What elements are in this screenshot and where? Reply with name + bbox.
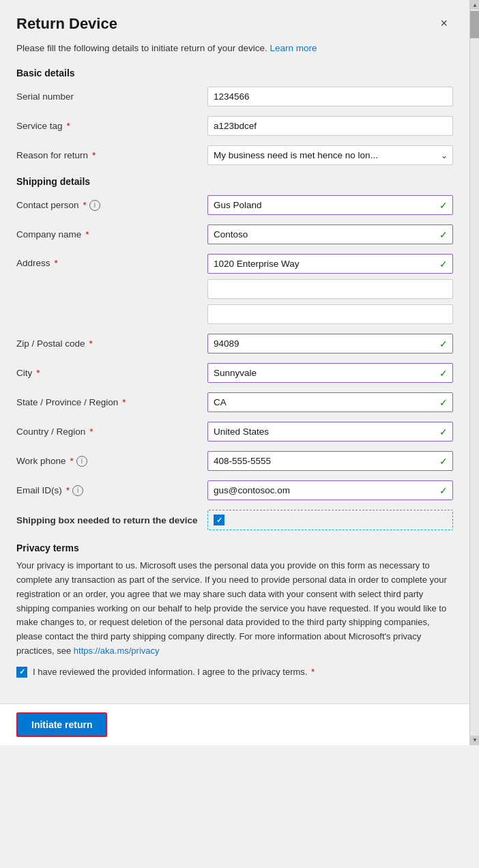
email-row: Email ID(s)* i ✓ [16, 480, 453, 500]
contact-person-check-icon: ✓ [439, 200, 448, 211]
close-button[interactable]: × [435, 14, 453, 33]
address-line1-check-icon: ✓ [439, 259, 448, 270]
address-line1-field: ✓ [207, 254, 453, 274]
address-line1-input[interactable] [207, 254, 453, 274]
company-name-label: Company name* [16, 229, 207, 240]
privacy-section: Privacy terms Your privacy is important … [16, 542, 453, 678]
serial-number-row: Serial number [16, 87, 453, 106]
address-row: Address* ✓ [16, 254, 453, 324]
company-name-row: Company name* ✓ [16, 225, 453, 244]
company-name-field: ✓ [207, 225, 453, 244]
work-phone-input[interactable] [207, 451, 453, 471]
state-label: State / Province / Region* [16, 397, 207, 407]
state-input[interactable] [207, 392, 453, 412]
privacy-title: Privacy terms [16, 542, 453, 553]
basic-details-section-label: Basic details [16, 68, 453, 78]
address-line2-field [207, 279, 453, 299]
zip-field: ✓ [207, 334, 453, 353]
zip-label: Zip / Postal code* [16, 338, 207, 349]
serial-number-field [207, 87, 453, 106]
shipping-box-field [207, 510, 453, 530]
address-line3-field [207, 304, 453, 324]
contact-person-info-icon[interactable]: i [89, 200, 100, 211]
email-label: Email ID(s)* i [16, 485, 207, 496]
privacy-agree-checkbox[interactable] [16, 667, 27, 678]
privacy-link[interactable]: https://aka.ms/privacy [74, 646, 160, 656]
reason-row: Reason for return* My business need is m… [16, 145, 453, 165]
privacy-agree-text: I have reviewed the provided information… [33, 667, 315, 677]
reason-field: My business need is met hence no lon... … [207, 145, 453, 165]
work-phone-label: Work phone* i [16, 456, 207, 467]
address-line2-input[interactable] [207, 279, 453, 299]
work-phone-info-icon[interactable]: i [76, 456, 87, 467]
scrollbar[interactable]: ▲ ▼ [469, 0, 479, 745]
contact-person-input[interactable] [207, 195, 453, 215]
scroll-thumb[interactable] [470, 11, 479, 38]
initiate-return-button[interactable]: Initiate return [16, 712, 107, 737]
serial-number-label: Serial number [16, 91, 207, 102]
company-name-check-icon: ✓ [439, 229, 448, 240]
contact-person-field: ✓ [207, 195, 453, 215]
privacy-agree-row: I have reviewed the provided information… [16, 667, 453, 678]
reason-select[interactable]: My business need is met hence no lon... [207, 145, 453, 165]
country-check-icon: ✓ [439, 426, 448, 437]
city-input[interactable] [207, 363, 453, 383]
work-phone-field: ✓ [207, 451, 453, 471]
shipping-box-label: Shipping box needed to return the device [16, 515, 207, 525]
shipping-details-section-label: Shipping details [16, 176, 453, 187]
dialog-footer: Initiate return [0, 704, 469, 745]
country-row: Country / Region* ✓ [16, 422, 453, 442]
scroll-track [470, 38, 479, 736]
learn-more-link[interactable]: Learn more [270, 43, 317, 53]
address-line3-input[interactable] [207, 304, 453, 324]
work-phone-check-icon: ✓ [439, 456, 448, 467]
city-row: City* ✓ [16, 363, 453, 383]
state-check-icon: ✓ [439, 397, 448, 408]
email-field: ✓ [207, 480, 453, 500]
country-field: ✓ [207, 422, 453, 442]
city-field: ✓ [207, 363, 453, 383]
work-phone-row: Work phone* i ✓ [16, 451, 453, 471]
address-label: Address* [16, 254, 207, 268]
contact-person-label: Contact person* i [16, 200, 207, 211]
service-tag-input[interactable] [207, 116, 453, 136]
dialog-title: Return Device [16, 15, 117, 33]
company-name-input[interactable] [207, 225, 453, 244]
city-label: City* [16, 368, 207, 378]
scroll-up-arrow[interactable]: ▲ [470, 0, 479, 10]
zip-row: Zip / Postal code* ✓ [16, 334, 453, 353]
address-fields: ✓ [207, 254, 453, 324]
reason-label: Reason for return* [16, 150, 207, 160]
zip-check-icon: ✓ [439, 338, 448, 349]
shipping-box-row: Shipping box needed to return the device [16, 510, 453, 530]
service-tag-field [207, 116, 453, 136]
dialog-body: Please fill the following details to ini… [0, 42, 469, 704]
service-tag-label: Service tag* [16, 121, 207, 131]
email-input[interactable] [207, 480, 453, 500]
serial-number-input[interactable] [207, 87, 453, 106]
privacy-text: Your privacy is important to us. Microso… [16, 559, 453, 659]
intro-text: Please fill the following details to ini… [16, 42, 453, 55]
email-check-icon: ✓ [439, 485, 448, 496]
service-tag-row: Service tag* [16, 116, 453, 136]
country-label: Country / Region* [16, 426, 207, 437]
shipping-box-checkbox[interactable] [214, 515, 224, 525]
contact-person-row: Contact person* i ✓ [16, 195, 453, 215]
city-check-icon: ✓ [439, 368, 448, 379]
zip-input[interactable] [207, 334, 453, 353]
dialog-header: Return Device × [0, 0, 469, 42]
state-row: State / Province / Region* ✓ [16, 392, 453, 412]
country-input[interactable] [207, 422, 453, 442]
email-info-icon[interactable]: i [72, 485, 83, 496]
scroll-down-arrow[interactable]: ▼ [470, 736, 479, 745]
state-field: ✓ [207, 392, 453, 412]
